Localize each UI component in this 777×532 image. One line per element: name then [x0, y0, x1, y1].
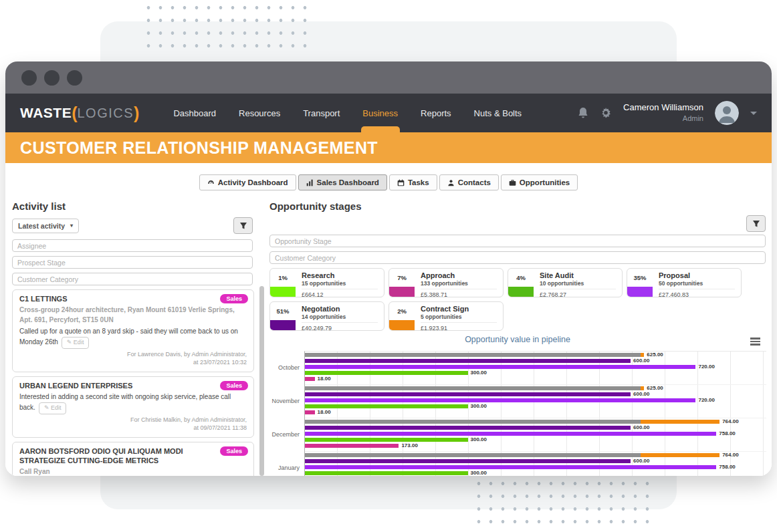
window-control[interactable]	[67, 70, 82, 86]
stage-left-column: 1%	[270, 269, 296, 297]
bar-segment-grey[interactable]	[305, 453, 641, 457]
window-control[interactable]	[21, 70, 37, 86]
bar-segment-purple[interactable]	[305, 359, 631, 363]
nav-item-nuts-bolts[interactable]: Nuts & Bolts	[463, 94, 534, 132]
stage-details: Approach133 opportunities£5,388.71	[415, 269, 503, 297]
bar-segment-orange[interactable]	[641, 420, 720, 424]
assignee-input[interactable]	[12, 239, 253, 252]
customer-category-input[interactable]	[269, 251, 766, 264]
user-block[interactable]: Cameron Williamson Admin	[623, 102, 703, 123]
stage-color-swatch	[270, 287, 296, 297]
tab-activity-dashboard[interactable]: Activity Dashboard	[199, 174, 296, 190]
bar-segment-orange[interactable]	[641, 453, 720, 457]
activity-filters	[12, 239, 265, 285]
bar-value-label: 758.00	[719, 432, 735, 436]
axis-category-label: October	[266, 364, 300, 371]
tab-contacts[interactable]: Contacts	[439, 174, 499, 190]
bar-value-label: 625.00	[647, 386, 663, 390]
axis-category-label: November	[266, 398, 300, 404]
chart-bar: 600.00	[305, 426, 766, 430]
stage-card-approach[interactable]: 7%Approach133 opportunities£5,388.71	[388, 268, 504, 297]
stage-card-proposal[interactable]: 35%Proposal50 opportunities£27,460.83	[627, 268, 742, 297]
bar-segment-magenta[interactable]	[305, 444, 399, 448]
bell-icon[interactable]	[578, 107, 588, 119]
bar-segment-orange[interactable]	[641, 353, 645, 357]
window-control[interactable]	[44, 70, 60, 86]
activity-card: SalesAARON BOTSFORD ODIO QUI ALIQUAM MOD…	[12, 442, 254, 476]
stage-card-research[interactable]: 1%Research15 opportunities£664.12	[269, 268, 384, 297]
bar-segment-violet[interactable]	[305, 365, 695, 369]
opportunity-stages-heading: Opportunity stages	[269, 201, 766, 212]
bar-value-label: 758.00	[719, 465, 735, 469]
chart-bar: 720.00	[305, 365, 766, 369]
bar-segment-green[interactable]	[305, 371, 468, 375]
stage-card-negotation[interactable]: 51%Negotation14 opportunities£40,249.79	[269, 301, 384, 331]
bar-segment-magenta[interactable]	[305, 410, 315, 414]
stage-details: Negotation14 opportunities£40,249.79	[296, 302, 384, 330]
opportunity-filter-button[interactable]	[746, 215, 766, 232]
activity-list-scrollbar[interactable]	[259, 286, 264, 476]
prospect-stage-input[interactable]	[12, 256, 253, 269]
bar-segment-magenta[interactable]	[305, 377, 315, 381]
bar-segment-grey[interactable]	[305, 353, 641, 357]
bar-segment-purple[interactable]	[305, 459, 631, 463]
user-role: Admin	[623, 114, 703, 123]
stage-color-swatch	[270, 320, 296, 330]
gauge-icon	[207, 179, 215, 186]
customer-category-input[interactable]	[12, 273, 253, 285]
bar-segment-violet[interactable]	[305, 398, 695, 402]
stage-name: Contract Sign	[421, 305, 497, 313]
bar-segment-green[interactable]	[305, 404, 468, 408]
bar-segment-grey[interactable]	[305, 386, 641, 390]
stage-details: Contract Sign5 opportunities£1,923.91	[415, 302, 503, 330]
sort-select[interactable]: Latest activity ▾	[12, 219, 79, 233]
activity-card-attribution: For Lawrence Davis, by Admin Administrat…	[19, 350, 247, 367]
tab-opportunities[interactable]: Opportunities	[501, 174, 578, 190]
stage-value: £5,388.71	[421, 291, 497, 297]
bar-segment-grey[interactable]	[305, 420, 641, 424]
chart-bar: 300.00	[305, 438, 766, 442]
dot-grid-top	[142, 1, 314, 55]
bar-value-label: 600.00	[633, 426, 649, 430]
bar-segment-orange[interactable]	[641, 386, 645, 390]
tab-label: Sales Dashboard	[317, 178, 379, 186]
bar-segment-violet[interactable]	[305, 465, 716, 469]
bar-chart-icon	[306, 179, 314, 186]
stage-value: £2,768.27	[540, 291, 616, 297]
nav-item-dashboard[interactable]: Dashboard	[162, 94, 227, 132]
tab-tasks[interactable]: Tasks	[389, 174, 437, 190]
nav-item-transport[interactable]: Transport	[292, 94, 351, 132]
hamburger-menu-icon[interactable]	[750, 336, 760, 347]
stage-details: Proposal50 opportunities£27,460.83	[653, 269, 741, 297]
tab-bar: Activity DashboardSales DashboardTasksCo…	[5, 174, 772, 190]
stage-name: Proposal	[659, 271, 735, 279]
waste-logics-logo[interactable]: WASTE(LOGICS)	[20, 104, 139, 123]
nav-item-business[interactable]: Business	[351, 94, 409, 132]
nav-item-reports[interactable]: Reports	[409, 94, 463, 132]
chart-category-group: December764.00600.00758.00300.00173.00	[305, 418, 766, 452]
bar-value-label: 18.00	[318, 377, 331, 381]
tab-sales-dashboard[interactable]: Sales Dashboard	[298, 174, 387, 190]
stage-card-site-audit[interactable]: 4%Site Audit10 opportunities£2,768.27	[508, 268, 623, 297]
edit-button[interactable]: ✎ Edit	[62, 337, 90, 349]
bar-segment-purple[interactable]	[305, 392, 631, 396]
opportunity-stage-input[interactable]	[269, 235, 766, 247]
edit-button[interactable]: ✎ Edit	[39, 402, 67, 414]
activity-card: SalesC1 LETTINGSCross-group 24hour archi…	[12, 289, 254, 372]
activity-filter-button[interactable]	[233, 217, 253, 234]
bar-segment-green[interactable]	[305, 438, 468, 442]
bar-segment-purple[interactable]	[305, 426, 631, 430]
avatar[interactable]	[715, 101, 739, 125]
sales-badge: Sales	[220, 381, 248, 390]
activity-card-subtext: Call Ryan	[19, 467, 247, 476]
stage-card-contract-sign[interactable]: 2%Contract Sign5 opportunities£1,923.91	[388, 301, 504, 331]
activity-card-subtext: Cross-group 24hour architecture, Ryan Mo…	[19, 305, 247, 325]
gear-icon[interactable]	[600, 107, 612, 119]
nav-item-resources[interactable]: Resources	[227, 94, 292, 132]
pipeline-chart: Opportunity value in pipeline October625…	[269, 335, 766, 476]
bar-segment-green[interactable]	[305, 471, 468, 475]
activity-card-list: SalesC1 LETTINGSCross-group 24hour archi…	[12, 289, 254, 476]
stage-value: £40,249.79	[302, 325, 378, 331]
bar-segment-violet[interactable]	[305, 432, 716, 436]
chevron-down-icon[interactable]	[750, 112, 757, 115]
